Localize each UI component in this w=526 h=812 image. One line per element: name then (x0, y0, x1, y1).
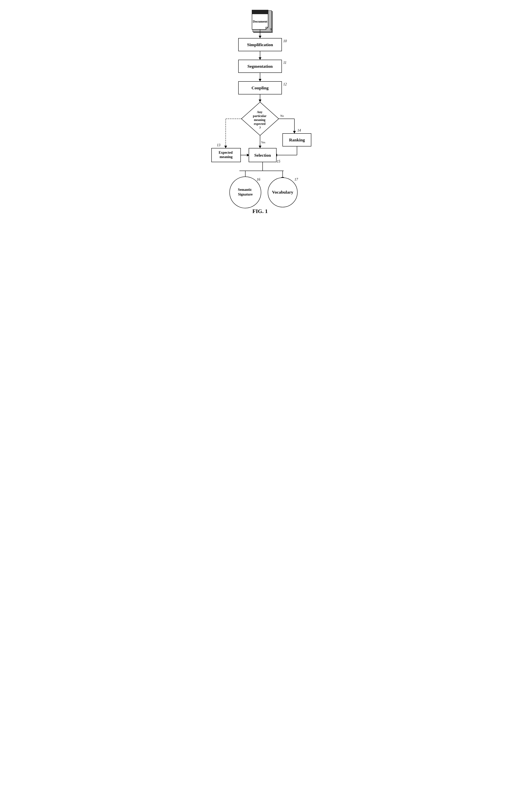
arrowhead-3 (259, 79, 261, 82)
arrowhead-1 (259, 36, 261, 38)
coupling-node: Coupling 12 (239, 82, 287, 94)
ranking-ref: 14 (297, 128, 301, 132)
page: Document 9 Simplification 10 Segmentatio… (200, 4, 326, 224)
arrowhead-2 (259, 57, 261, 60)
arrowhead-em (224, 146, 227, 148)
arrowhead-yes (259, 146, 261, 148)
decision-node: Any particular meaning expected ? (241, 102, 279, 135)
diagram-container: Document 9 Simplification 10 Segmentatio… (206, 10, 320, 217)
selection-ref: 15 (277, 159, 280, 163)
vocabulary-label: Vocabulary (272, 190, 293, 194)
segmentation-node: Segmentation 11 (239, 60, 287, 73)
selection-label: Selection (254, 153, 271, 158)
ranking-node: Ranking (283, 133, 311, 146)
segmentation-ref: 11 (283, 61, 287, 64)
simplification-node: Simplification 10 (239, 38, 287, 51)
simplification-label: Simplification (247, 42, 273, 47)
ranking-label: Ranking (289, 137, 305, 142)
document-node: Document 9 (252, 10, 272, 33)
selection-node: Selection 15 (249, 148, 280, 163)
no-label: No (280, 114, 284, 117)
arrowhead-4 (259, 100, 261, 102)
em-ref: 13 (217, 143, 221, 147)
arrowhead-no (293, 131, 296, 133)
semantic-signature-node: Semantic Signature 16 (230, 177, 261, 208)
coupling-ref: 12 (283, 82, 287, 86)
segmentation-label: Segmentation (247, 64, 273, 69)
vocabulary-node: Vocabulary 17 (268, 177, 298, 207)
svg-rect-4 (252, 10, 268, 14)
expected-meaning-node: Expected meaning (212, 148, 241, 162)
flowchart-svg: Document 9 Simplification 10 Segmentatio… (206, 10, 320, 216)
document-label: Document (253, 20, 268, 23)
vocabulary-ref: 17 (295, 177, 298, 182)
ss-ref: 16 (257, 177, 260, 182)
document-ref: 9 (270, 28, 272, 31)
yes-label: Yes (261, 141, 265, 144)
fig-label: FIG. 1 (252, 208, 268, 214)
coupling-label: Coupling (252, 85, 269, 90)
simplification-ref: 10 (283, 39, 287, 43)
